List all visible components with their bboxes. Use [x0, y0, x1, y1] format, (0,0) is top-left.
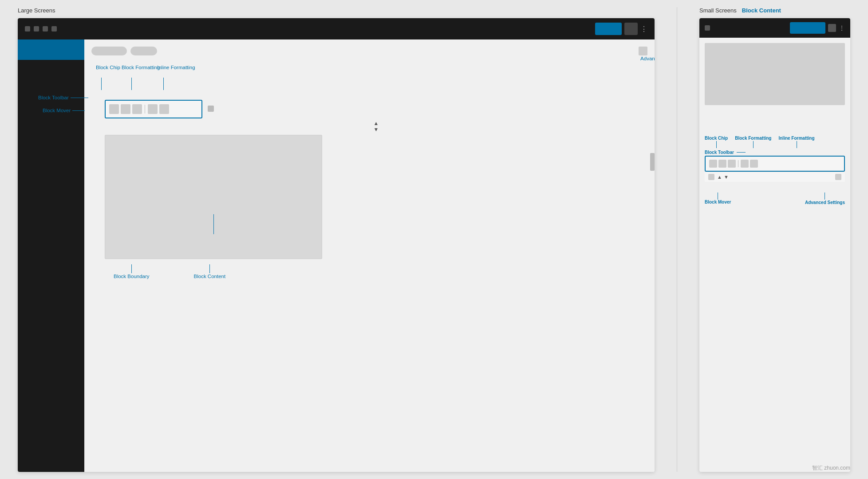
block-content-line-ann: [209, 264, 210, 273]
menu-dots-icon[interactable]: ⋮: [640, 25, 647, 33]
block-boundary-line: [131, 264, 132, 273]
sidebar-top-bar: [18, 39, 84, 60]
titlebar-dot-3: [43, 26, 48, 31]
mobile-toolbar-icon-1: [709, 160, 717, 168]
mobile-block-toolbar-label: Block Toolbar: [705, 150, 734, 155]
mobile-toolbar-icon-4: [741, 160, 749, 168]
mobile-block-toolbar[interactable]: [705, 156, 845, 172]
block-toolbar-label: Block Toolbar: [38, 94, 69, 101]
watermark: 智汇 zhuon.com: [812, 464, 850, 472]
ann-line-formatting: [131, 78, 132, 90]
block-scrollbar[interactable]: [650, 153, 655, 171]
mobile-toolbar-label-row: Block Toolbar: [705, 150, 845, 155]
block-toolbar-annotation: Block Toolbar: [38, 94, 88, 101]
toolbar-icon-3: [132, 104, 142, 114]
mobile-mover-row: ▲ ▼: [705, 172, 845, 182]
toolbar-sep-1: [145, 105, 145, 114]
toolbar-icon-2: [121, 104, 130, 114]
mobile-up-arrow[interactable]: ▲: [717, 174, 722, 180]
mobile-block-mover-label: Block Mover: [705, 200, 731, 204]
mobile-window: ⋮ Block Chip Block Formatti: [699, 18, 850, 472]
wp-sidebar: [18, 39, 84, 472]
mover-down-icon[interactable]: ▼: [374, 126, 379, 133]
block-mover-drag: [208, 106, 214, 112]
annotation-block-chip: Block Chip: [96, 64, 120, 71]
large-screens-section: Large Screens ⋮: [18, 7, 655, 472]
titlebar-dot-1: [25, 26, 30, 31]
mobile-mover-annotation: Block Mover: [705, 192, 731, 205]
titlebar-dot-4: [51, 26, 57, 31]
mobile-formatting-ann: Block Formatting: [735, 135, 771, 148]
large-browser-window: ⋮: [18, 18, 655, 472]
block-toolbar-line: [71, 98, 88, 98]
mobile-inline-ann: Inline Formatting: [778, 135, 814, 148]
block-mover-line: [72, 110, 85, 111]
mobile-toolbar-annotations-row: Block Chip Block Formatting Inline Forma…: [705, 135, 845, 148]
small-screens-label: Small Screens: [699, 7, 737, 14]
block-content-annotation: Block Content: [194, 264, 226, 280]
advanced-settings-annotation: Advanced Settings: [640, 55, 655, 75]
top-bar-square: [639, 47, 647, 55]
wp-top-bar: [91, 47, 647, 55]
mobile-chip-line: [716, 141, 717, 148]
ann-line-inline: [163, 78, 164, 90]
mobile-titlebar-right: ⋮: [790, 22, 845, 34]
toolbar-icon-5: [159, 104, 169, 114]
mobile-down-arrow[interactable]: ▼: [724, 174, 729, 180]
mobile-preview-button[interactable]: [828, 24, 836, 32]
mobile-toolbar-icon-5: [750, 160, 758, 168]
section-divider: [677, 7, 677, 472]
small-section-header: Small Screens Block Content: [699, 7, 850, 14]
top-bar-spacer: [639, 47, 647, 55]
browser-content: Block Chip Block Formatting Inline Forma…: [18, 39, 655, 472]
small-screens-section: Small Screens Block Content ⋮: [699, 7, 850, 472]
block-mover-label: Block Mover: [43, 107, 71, 114]
save-button[interactable]: [595, 23, 622, 35]
mobile-mover-arrows[interactable]: ▲ ▼: [717, 174, 729, 180]
mobile-inline-formatting-label: Inline Formatting: [778, 135, 814, 141]
mover-up-icon[interactable]: ▲: [374, 120, 379, 126]
ann-line-chip: [101, 78, 102, 90]
mobile-bottom-annotations: Block Mover Advanced Settings: [705, 192, 845, 205]
mobile-save-button[interactable]: [790, 22, 825, 34]
block-boundary-label: Block Boundary: [114, 273, 150, 280]
mobile-drag-handle: [835, 174, 841, 180]
titlebar-dot-2: [34, 26, 39, 31]
bottom-annotations: Block Boundary Block Content: [105, 264, 647, 280]
mobile-toolbar-icon-3: [728, 160, 736, 168]
advanced-settings-label: Advanced Settings: [640, 55, 655, 62]
mobile-mover-icon: [708, 174, 714, 180]
mobile-toolbar-line: [737, 152, 746, 153]
mobile-block-area: Block Chip Block Formatting Inline Forma…: [705, 135, 845, 205]
mobile-adv-settings-annotation: Advanced Settings: [805, 192, 845, 205]
block-content-label: Block Content: [194, 273, 226, 280]
mover-arrows[interactable]: ▲ ▼: [105, 120, 647, 133]
block-mover[interactable]: [208, 106, 214, 113]
mobile-menu-dots-icon[interactable]: ⋮: [839, 24, 845, 31]
wp-main-area: Block Chip Block Formatting Inline Forma…: [84, 39, 655, 472]
block-mover-annotation: Block Mover: [43, 107, 85, 114]
page-container: Large Screens ⋮: [0, 0, 868, 479]
block-boundary-annotation: Block Boundary: [114, 264, 150, 280]
mobile-block-chip-label: Block Chip: [705, 135, 728, 141]
large-screens-label: Large Screens: [18, 7, 655, 14]
toolbar-icon-4: [148, 104, 158, 114]
preview-button[interactable]: [624, 23, 638, 35]
mobile-mover-ann-line: [718, 192, 718, 200]
mobile-formatting-line: [753, 141, 754, 148]
block-content-box: [105, 135, 322, 259]
browser-titlebar: ⋮: [18, 18, 655, 39]
mobile-toolbar-icon-2: [718, 160, 726, 168]
small-screens-active-tab[interactable]: Block Content: [742, 7, 781, 14]
mobile-advanced-settings-label: Advanced Settings: [805, 200, 845, 205]
block-content-cursor: [213, 214, 214, 234]
mobile-toolbar-sep: [738, 160, 738, 167]
mobile-content-area: Block Chip Block Formatting Inline Forma…: [699, 38, 850, 472]
mobile-chip-ann: Block Chip: [705, 135, 728, 148]
annotation-inline-formatting: Inline Formatting: [157, 64, 195, 71]
block-toolbar-row: [105, 100, 647, 118]
annotation-block-formatting: Block Formatting: [122, 64, 160, 71]
mobile-content-placeholder: [705, 43, 845, 105]
mobile-titlebar: ⋮: [699, 18, 850, 38]
block-toolbar[interactable]: [105, 100, 202, 118]
